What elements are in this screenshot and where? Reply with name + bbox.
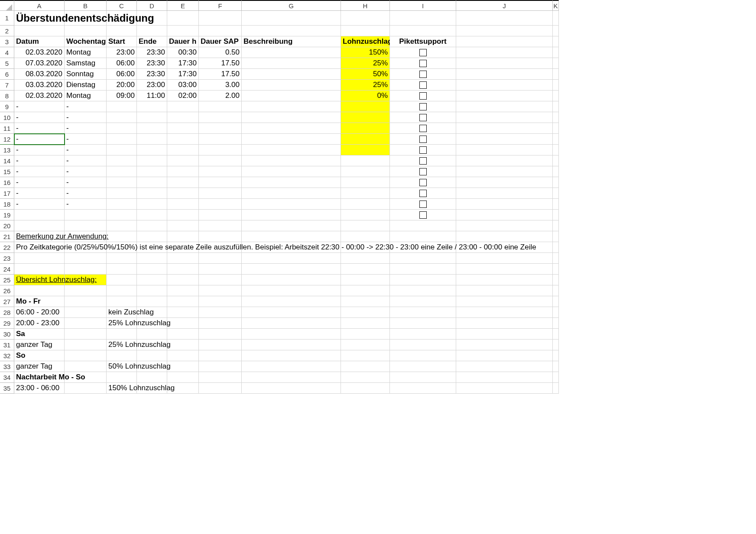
cell[interactable]	[553, 112, 559, 123]
cell[interactable]	[553, 329, 559, 340]
checkbox[interactable]	[419, 71, 427, 78]
cell-C13[interactable]	[107, 145, 137, 155]
cell-I11[interactable]	[390, 123, 456, 134]
cell[interactable]	[553, 340, 559, 350]
cell-B31[interactable]	[65, 340, 107, 350]
cell-G11[interactable]	[242, 123, 341, 134]
column-header-J[interactable]: J	[456, 0, 553, 11]
cell-F4[interactable]: 0.50	[199, 47, 242, 58]
checkbox[interactable]	[419, 60, 427, 67]
cell[interactable]	[456, 285, 553, 296]
cell[interactable]	[137, 285, 167, 296]
cell[interactable]	[456, 361, 553, 372]
cell-G12[interactable]	[242, 134, 341, 145]
cell-C9[interactable]	[107, 101, 137, 112]
cell-C28[interactable]: kein Zuschlag	[107, 307, 137, 318]
cell[interactable]	[242, 253, 341, 264]
cell-A9[interactable]: -	[14, 101, 65, 112]
cell-E6[interactable]: 17:30	[167, 69, 199, 80]
cell[interactable]	[553, 275, 559, 285]
cell[interactable]	[167, 372, 199, 383]
cell[interactable]	[242, 307, 341, 318]
cell[interactable]	[390, 372, 456, 383]
cell-C7[interactable]: 20:00	[107, 80, 137, 91]
cell-F15[interactable]	[199, 166, 242, 177]
cell[interactable]	[242, 296, 341, 307]
cell-B30[interactable]	[65, 329, 107, 340]
cell-H19[interactable]	[341, 210, 390, 220]
cell-B12[interactable]: -	[65, 134, 107, 145]
overview-title[interactable]: Übersicht Lohnzuschlag:	[14, 275, 65, 285]
cell-C15[interactable]	[107, 166, 137, 177]
cell[interactable]	[65, 220, 107, 231]
cell[interactable]	[456, 145, 553, 155]
row-header-15[interactable]: 15	[0, 166, 14, 177]
cell[interactable]	[199, 372, 242, 383]
cell[interactable]	[107, 26, 137, 36]
header-B[interactable]: Wochentag	[65, 36, 107, 47]
cell[interactable]	[553, 155, 559, 166]
cell[interactable]	[456, 253, 553, 264]
cell[interactable]	[65, 285, 107, 296]
cell[interactable]	[390, 383, 456, 394]
cell-B7[interactable]: Dienstag	[65, 80, 107, 91]
cell-E9[interactable]	[167, 101, 199, 112]
cell[interactable]	[553, 361, 559, 372]
cell[interactable]	[553, 36, 559, 47]
cell-B14[interactable]: -	[65, 155, 107, 166]
cell-C32[interactable]	[107, 350, 137, 361]
cell[interactable]	[341, 275, 390, 285]
cell-A8[interactable]: 02.03.2020	[14, 91, 65, 101]
cell[interactable]	[137, 220, 167, 231]
cell-E17[interactable]	[167, 188, 199, 199]
cell[interactable]	[137, 26, 167, 36]
cell[interactable]	[456, 296, 553, 307]
cell[interactable]	[199, 329, 242, 340]
row-header-16[interactable]: 16	[0, 177, 14, 188]
cell[interactable]	[456, 155, 553, 166]
cell-B9[interactable]: -	[65, 101, 107, 112]
cell-C31[interactable]: 25% Lohnzuschlag	[107, 340, 137, 350]
cell[interactable]	[242, 285, 341, 296]
cell-C35[interactable]: 150% Lohnzuschlag	[107, 383, 137, 394]
cell-C34[interactable]	[107, 372, 137, 383]
row-header-1[interactable]: 1	[0, 11, 14, 26]
column-header-D[interactable]: D	[137, 0, 167, 11]
checkbox[interactable]	[419, 179, 427, 186]
cell-H11[interactable]	[341, 123, 390, 134]
cell[interactable]	[137, 350, 167, 361]
cell[interactable]	[553, 145, 559, 155]
column-header-H[interactable]: H	[341, 0, 390, 11]
cell[interactable]	[107, 231, 137, 242]
cell-B28[interactable]	[65, 307, 107, 318]
cell[interactable]	[167, 296, 199, 307]
cell-G9[interactable]	[242, 101, 341, 112]
cell[interactable]	[341, 220, 390, 231]
cell[interactable]	[199, 296, 242, 307]
cell[interactable]	[242, 220, 341, 231]
cell[interactable]	[167, 318, 199, 329]
cell[interactable]	[199, 275, 242, 285]
cell-H10[interactable]	[341, 112, 390, 123]
cell[interactable]	[137, 275, 167, 285]
cell[interactable]	[553, 91, 559, 101]
cell-I13[interactable]	[390, 145, 456, 155]
cell-E5[interactable]: 17:30	[167, 58, 199, 69]
cell-I17[interactable]	[390, 188, 456, 199]
cell-H12[interactable]	[341, 134, 390, 145]
cell[interactable]	[456, 11, 553, 26]
cell[interactable]	[553, 177, 559, 188]
row-header-26[interactable]: 26	[0, 285, 14, 296]
cell[interactable]	[167, 220, 199, 231]
cell-D11[interactable]	[137, 123, 167, 134]
cell[interactable]	[199, 231, 242, 242]
header-E[interactable]: Dauer h	[167, 36, 199, 47]
cell[interactable]	[14, 26, 65, 36]
cell-D16[interactable]	[137, 177, 167, 188]
cell[interactable]	[390, 220, 456, 231]
cell[interactable]	[553, 58, 559, 69]
cell[interactable]	[390, 26, 456, 36]
cell-B32[interactable]	[65, 350, 107, 361]
header-A[interactable]: Datum	[14, 36, 65, 47]
checkbox[interactable]	[419, 125, 427, 132]
